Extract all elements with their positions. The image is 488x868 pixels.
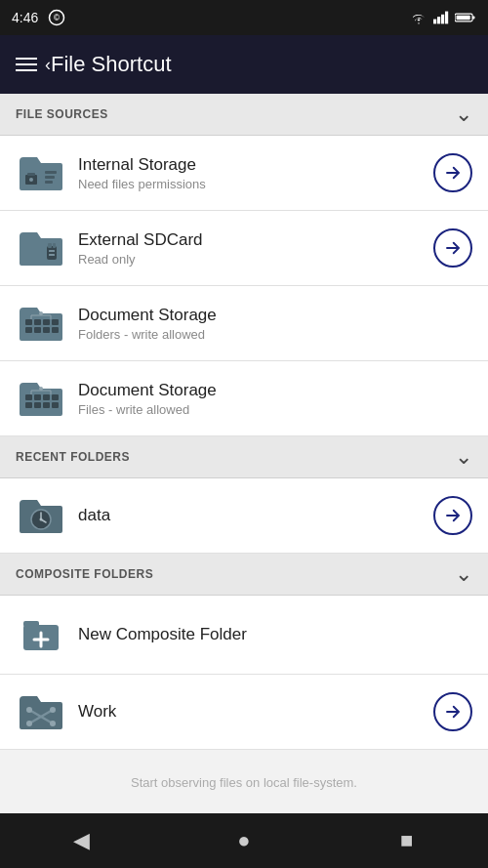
work-folder-arrow[interactable]: [433, 692, 472, 731]
svg-rect-37: [43, 402, 50, 408]
svg-point-54: [26, 707, 32, 713]
svg-rect-32: [25, 394, 32, 400]
composite-folders-header[interactable]: COMPOSITE FOLDERS ⌄: [0, 554, 488, 596]
file-sources-header[interactable]: FILE SOURCES ⌄: [0, 94, 488, 136]
status-time-area: 4:46 ©: [12, 9, 65, 26]
status-bar: 4:46 ©: [0, 0, 488, 35]
svg-rect-33: [25, 402, 32, 408]
footer-area: Start observing files on local file-syst…: [0, 750, 488, 813]
external-sdcard-text: External SDCard Read only: [78, 230, 433, 267]
data-folder-arrow[interactable]: [433, 496, 472, 535]
wifi-icon: [410, 11, 427, 24]
document-storage-1-title: Document Storage: [78, 306, 472, 325]
internal-storage-subtitle: Need files permissions: [78, 177, 433, 191]
svg-rect-20: [25, 319, 32, 325]
nav-back-button[interactable]: ◀: [52, 821, 110, 860]
external-sdcard-title: External SDCard: [78, 230, 433, 250]
svg-rect-35: [34, 402, 41, 408]
internal-storage-icon: [16, 147, 66, 198]
content-area: FILE SOURCES ⌄ Internal Storage Need fil…: [0, 94, 488, 813]
svg-rect-12: [45, 171, 57, 174]
work-folder-item[interactable]: Work: [0, 675, 488, 750]
internal-storage-title: Internal Storage: [78, 155, 433, 175]
status-time: 4:46: [12, 10, 38, 25]
svg-rect-8: [457, 16, 470, 21]
svg-point-43: [39, 387, 43, 391]
svg-point-57: [50, 721, 56, 726]
svg-rect-10: [27, 173, 35, 176]
document-storage-1-text: Document Storage Folders - write allowed: [78, 306, 472, 342]
svg-rect-39: [52, 402, 59, 408]
signal-icon: [433, 11, 449, 24]
work-folder-title: Work: [78, 702, 433, 722]
work-folder-text: Work: [78, 702, 433, 722]
data-folder-text: data: [78, 506, 433, 525]
menu-back-icon[interactable]: ‹: [16, 58, 37, 71]
svg-rect-3: [437, 17, 440, 23]
nav-home-button[interactable]: ●: [215, 821, 273, 860]
document-storage-2-item[interactable]: Document Storage Files - write allowed: [0, 361, 488, 436]
recent-folders-label: RECENT FOLDERS: [16, 450, 130, 464]
external-sdcard-subtitle: Read only: [78, 252, 433, 267]
data-folder-item[interactable]: data: [0, 478, 488, 554]
app-bar: ‹ File Shortcut: [0, 35, 488, 94]
nav-recents-button[interactable]: ■: [378, 821, 436, 860]
svg-rect-21: [25, 327, 32, 333]
file-sources-chevron[interactable]: ⌄: [455, 103, 472, 125]
internal-storage-text: Internal Storage Need files permissions: [78, 155, 433, 191]
recent-folders-chevron[interactable]: ⌄: [455, 446, 472, 468]
document-storage-1-icon: [16, 298, 66, 349]
svg-rect-7: [472, 16, 474, 19]
internal-storage-arrow[interactable]: [433, 153, 472, 192]
nav-bar: ◀ ● ■: [0, 813, 488, 868]
new-composite-folder-item[interactable]: New Composite Folder: [0, 596, 488, 675]
svg-rect-34: [34, 394, 41, 400]
document-storage-2-title: Document Storage: [78, 381, 472, 400]
document-storage-2-icon: [16, 373, 66, 424]
svg-rect-13: [45, 176, 55, 179]
svg-rect-27: [52, 327, 59, 333]
svg-rect-5: [445, 12, 448, 24]
svg-point-56: [26, 721, 32, 726]
svg-rect-4: [441, 15, 444, 24]
svg-rect-17: [53, 243, 56, 248]
svg-text:©: ©: [54, 14, 60, 22]
svg-rect-2: [433, 20, 436, 24]
internal-storage-item[interactable]: Internal Storage Need files permissions: [0, 136, 488, 211]
footer-text: Start observing files on local file-syst…: [131, 775, 357, 790]
composite-folders-label: COMPOSITE FOLDERS: [16, 567, 153, 581]
svg-rect-14: [45, 181, 53, 184]
new-composite-folder-label: New Composite Folder: [78, 625, 247, 644]
document-storage-2-subtitle: Files - write allowed: [78, 402, 472, 417]
status-icons: [410, 11, 476, 24]
data-folder-icon: [16, 490, 66, 541]
svg-rect-38: [52, 394, 59, 400]
svg-rect-36: [43, 394, 50, 400]
svg-rect-15: [47, 246, 57, 260]
svg-rect-16: [48, 243, 52, 248]
app-title: File Shortcut: [51, 52, 172, 77]
svg-rect-18: [49, 250, 55, 252]
external-sdcard-icon: [16, 223, 66, 273]
recent-folders-header[interactable]: RECENT FOLDERS ⌄: [0, 436, 488, 478]
composite-folders-chevron[interactable]: ⌄: [455, 563, 472, 585]
external-sdcard-item[interactable]: External SDCard Read only: [0, 211, 488, 286]
svg-rect-26: [52, 319, 59, 325]
svg-rect-23: [34, 327, 41, 333]
battery-icon: [455, 12, 476, 23]
work-folder-icon: [16, 686, 66, 737]
document-storage-1-subtitle: Folders - write allowed: [78, 327, 472, 342]
document-storage-1-item[interactable]: Document Storage Folders - write allowed: [0, 286, 488, 361]
svg-rect-49: [23, 621, 39, 627]
document-storage-2-text: Document Storage Files - write allowed: [78, 381, 472, 417]
svg-rect-19: [49, 254, 55, 256]
svg-point-55: [50, 707, 56, 713]
add-composite-icon: [16, 609, 66, 660]
svg-rect-22: [34, 319, 41, 325]
external-sdcard-arrow[interactable]: [433, 228, 472, 268]
file-sources-label: FILE SOURCES: [16, 107, 108, 121]
svg-rect-25: [43, 327, 50, 333]
svg-point-11: [29, 178, 33, 182]
svg-rect-24: [43, 319, 50, 325]
svg-point-31: [39, 311, 43, 315]
